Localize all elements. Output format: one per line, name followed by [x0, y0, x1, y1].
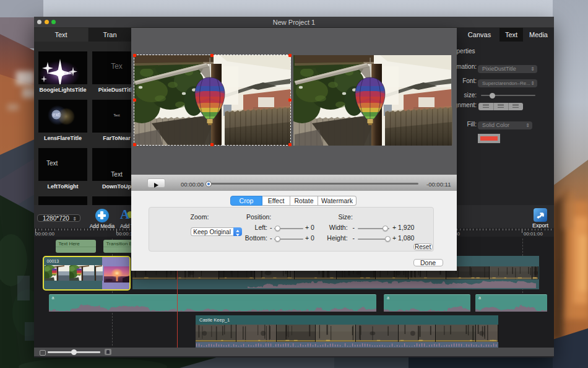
svg-text:ext: ext: [53, 112, 60, 118]
svg-text:ext: ext: [64, 70, 72, 76]
